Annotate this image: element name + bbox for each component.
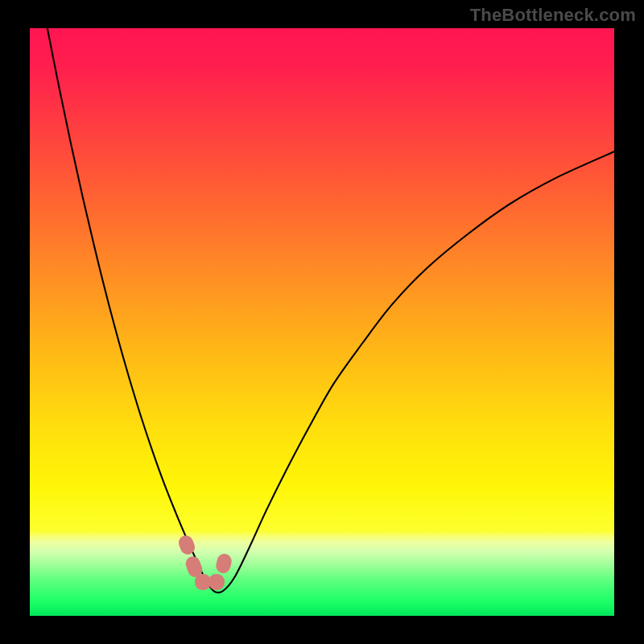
plot-area [30, 28, 614, 616]
chart-frame: TheBottleneck.com [0, 0, 644, 644]
bottom-right-blob [208, 574, 225, 590]
svg-rect-0 [30, 28, 614, 616]
watermark-text: TheBottleneck.com [470, 5, 636, 26]
heat-gradient [30, 28, 614, 616]
